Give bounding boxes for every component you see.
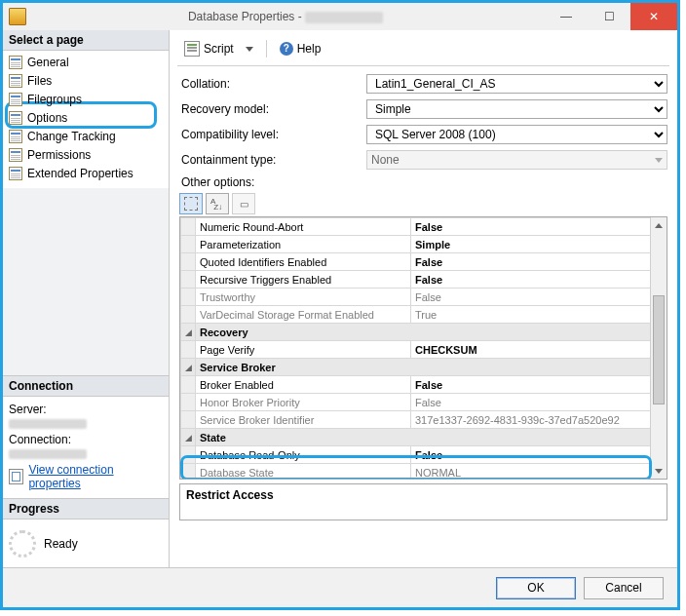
grid-key: Page Verify <box>196 341 411 359</box>
page-item-options[interactable]: Options <box>3 108 169 127</box>
page-item-filegroups[interactable]: Filegroups <box>3 90 169 108</box>
right-pane: Script ? Help Collation: Latin1_General_… <box>170 30 677 568</box>
grid-gutter <box>181 218 196 236</box>
help-icon: ? <box>280 42 293 56</box>
collation-select[interactable]: Latin1_General_CI_AS <box>366 74 667 94</box>
grid-gutter <box>181 289 196 306</box>
grid-key: Service Broker Identifier <box>196 411 411 429</box>
grid-row[interactable]: TrustworthyFalse <box>181 289 651 306</box>
grid-gutter <box>181 306 196 324</box>
containment-type-value: None <box>371 153 400 167</box>
grid-value[interactable]: True <box>411 306 651 324</box>
page-item-extended-properties[interactable]: Extended Properties <box>3 164 169 182</box>
grid-value[interactable]: Simple <box>411 236 651 253</box>
grid-value[interactable]: 317e1337-2692-4831-939c-37ed7a520e92 <box>411 411 651 429</box>
grid-category: Service Broker <box>196 359 651 376</box>
compatibility-level-select[interactable]: SQL Server 2008 (100) <box>366 125 667 144</box>
grid-gutter <box>181 464 196 480</box>
grid-row[interactable]: Service Broker Identifier317e1337-2692-4… <box>181 411 651 429</box>
grid-key: Database Read-Only <box>196 446 411 464</box>
grid-row[interactable]: Quoted Identifiers EnabledFalse <box>181 253 651 271</box>
grid-gutter <box>181 236 196 253</box>
grid-value[interactable]: CHECKSUM <box>411 341 651 359</box>
grid-value[interactable]: False <box>411 289 651 306</box>
grid-row[interactable]: Recursive Triggers EnabledFalse <box>181 271 651 289</box>
script-button[interactable]: Script <box>177 38 260 59</box>
server-value-redacted <box>9 419 87 429</box>
grid-key: Trustworthy <box>196 289 411 306</box>
grid-row[interactable]: Database Read-OnlyFalse <box>181 446 651 464</box>
property-grid-scrollbar[interactable] <box>650 217 667 479</box>
chevron-down-icon <box>655 158 663 163</box>
maximize-button[interactable]: ☐ <box>588 3 630 30</box>
app-icon <box>9 8 26 25</box>
script-icon <box>184 41 200 57</box>
grid-value[interactable]: False <box>411 218 651 236</box>
property-description: Restrict Access <box>179 483 667 520</box>
grid-row[interactable]: VarDecimal Storage Format EnabledTrue <box>181 306 651 324</box>
grid-row[interactable]: Honor Broker PriorityFalse <box>181 394 651 411</box>
page-icon <box>9 111 22 125</box>
grid-row[interactable]: ◢Service Broker <box>181 359 651 376</box>
grid-row[interactable]: ◢State <box>181 429 651 446</box>
grid-alphabetical-button[interactable] <box>206 193 229 214</box>
expand-icon[interactable]: ◢ <box>181 429 196 446</box>
help-label: Help <box>297 42 322 56</box>
progress-status: Ready <box>44 537 78 551</box>
close-button[interactable]: ✕ <box>630 3 677 30</box>
minimize-button[interactable]: — <box>545 3 588 30</box>
grid-key: Quoted Identifiers Enabled <box>196 253 411 271</box>
grid-row[interactable]: Database StateNORMAL <box>181 464 651 480</box>
grid-row[interactable]: ◢Recovery <box>181 324 651 341</box>
page-item-permissions[interactable]: Permissions <box>3 145 169 164</box>
page-list: GeneralFilesFilegroupsOptionsChange Trac… <box>3 51 169 188</box>
grid-row[interactable]: ParameterizationSimple <box>181 236 651 253</box>
grid-key: Parameterization <box>196 236 411 253</box>
dialog-footer: OK Cancel <box>3 567 677 607</box>
property-grid: Numeric Round-AbortFalseParameterization… <box>179 216 667 480</box>
scrollbar-thumb[interactable] <box>653 295 665 404</box>
grid-value[interactable]: False <box>411 271 651 289</box>
containment-type-label: Containment type: <box>179 153 366 167</box>
progress-panel: Progress Ready <box>3 498 169 568</box>
cancel-button[interactable]: Cancel <box>584 577 664 599</box>
grid-gutter <box>181 394 196 411</box>
page-item-label: Files <box>27 74 52 88</box>
page-item-label: Filegroups <box>27 93 82 106</box>
grid-key: Recursive Triggers Enabled <box>196 271 411 289</box>
grid-value[interactable]: False <box>411 446 651 464</box>
help-button[interactable]: ? Help <box>273 39 328 58</box>
page-icon <box>9 148 22 162</box>
grid-gutter <box>181 411 196 429</box>
script-label: Script <box>204 42 234 56</box>
grid-value[interactable]: False <box>411 253 651 271</box>
grid-row[interactable]: Page VerifyCHECKSUM <box>181 341 651 359</box>
grid-key: VarDecimal Storage Format Enabled <box>196 306 411 324</box>
grid-value[interactable]: False <box>411 376 651 394</box>
grid-value[interactable]: False <box>411 394 651 411</box>
recovery-model-select[interactable]: Simple <box>366 99 667 119</box>
page-item-change-tracking[interactable]: Change Tracking <box>3 127 169 145</box>
expand-icon[interactable]: ◢ <box>181 324 196 341</box>
view-connection-properties-link[interactable]: View connection properties <box>28 463 163 490</box>
grid-pages-button[interactable]: ▭ <box>232 193 255 214</box>
title-bar[interactable]: Database Properties - — ☐ ✕ <box>3 3 677 31</box>
page-icon <box>9 130 22 143</box>
grid-gutter <box>181 376 196 394</box>
grid-row[interactable]: Numeric Round-AbortFalse <box>181 218 651 236</box>
page-item-label: Change Tracking <box>27 130 116 143</box>
window-frame: Database Properties - — ☐ ✕ Select a pag… <box>0 0 680 610</box>
chevron-down-icon <box>246 47 253 52</box>
compatibility-level-label: Compatibility level: <box>179 128 366 141</box>
recovery-model-label: Recovery model: <box>179 102 366 116</box>
expand-icon[interactable]: ◢ <box>181 359 196 376</box>
other-options-label: Other options: <box>181 175 667 189</box>
page-item-general[interactable]: General <box>3 53 169 71</box>
grid-categorized-button[interactable] <box>179 193 203 214</box>
grid-value[interactable]: NORMAL <box>411 464 651 480</box>
page-item-label: Extended Properties <box>27 167 133 180</box>
page-item-files[interactable]: Files <box>3 71 169 90</box>
grid-row[interactable]: Broker EnabledFalse <box>181 376 651 394</box>
grid-key: Broker Enabled <box>196 376 411 394</box>
ok-button[interactable]: OK <box>496 577 576 599</box>
